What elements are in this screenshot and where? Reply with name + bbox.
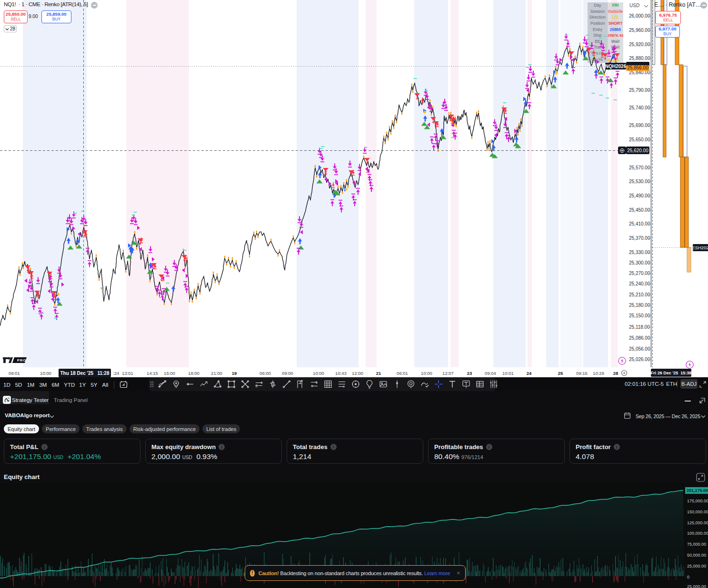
svg-text:PRO: PRO [17,358,26,363]
